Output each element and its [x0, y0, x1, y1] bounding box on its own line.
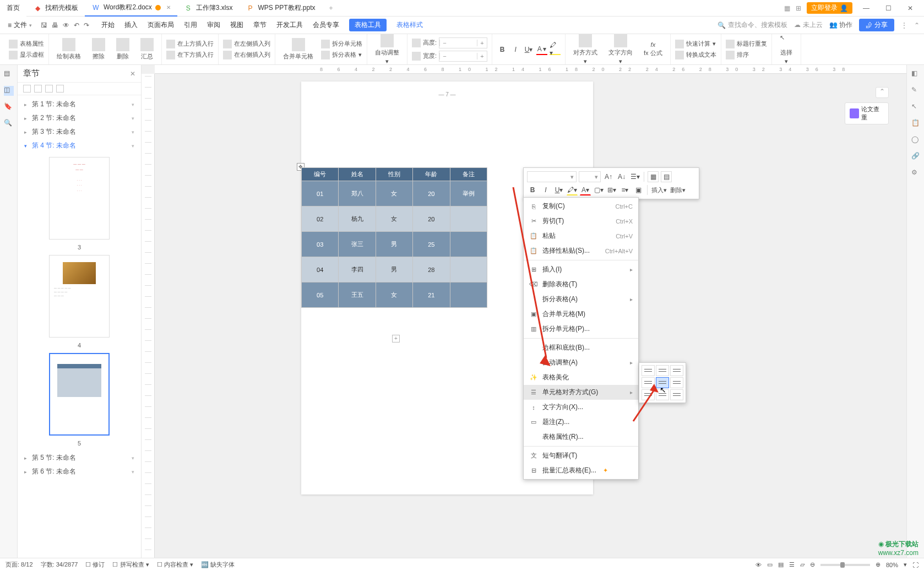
- collapse-button[interactable]: ⌃: [876, 87, 889, 98]
- underline-button[interactable]: U▾: [553, 184, 564, 195]
- search-input[interactable]: 🔍 查找命令、搜索模板: [718, 20, 787, 30]
- ctx-split-cells[interactable]: ▥拆分单元格(P)...: [524, 322, 638, 336]
- th-name[interactable]: 姓名: [339, 168, 376, 181]
- ctx-table-props[interactable]: 表格属性(R)...: [524, 429, 638, 444]
- page-status[interactable]: 页面: 8/12: [6, 561, 33, 569]
- plus-icon[interactable]: +: [477, 40, 487, 46]
- tab-ppt[interactable]: P WPS PPT教程.pptx: [240, 0, 322, 17]
- print-icon[interactable]: 🖶: [52, 21, 58, 29]
- fill-button[interactable]: ▢▾: [593, 184, 604, 195]
- nav-section-6[interactable]: ▸第 6 节: 未命名▾: [18, 465, 141, 478]
- repeat-header-button[interactable]: 标题行重复: [726, 39, 767, 50]
- vertical-ruler[interactable]: [142, 74, 155, 558]
- align-top-right[interactable]: [670, 365, 683, 376]
- width-input[interactable]: −+: [439, 51, 487, 62]
- insert-row-below[interactable]: 在下方插入行: [166, 50, 214, 61]
- eraser-button[interactable]: 擦除: [89, 38, 108, 61]
- ctx-copy[interactable]: ⎘复制(C)Ctrl+C: [524, 199, 638, 214]
- ctx-border[interactable]: 边框和底纹(B)...: [524, 340, 638, 355]
- ctx-autofit[interactable]: 自动调整(A)▸: [524, 355, 638, 370]
- page-thumb-3[interactable]: — — —— —· · ·· · ·· · ·: [49, 157, 110, 240]
- ctx-beautify[interactable]: ✨表格美化: [524, 370, 638, 385]
- zoom-level[interactable]: 80%: [886, 562, 898, 568]
- tab-dev[interactable]: 开发工具: [276, 20, 303, 30]
- ctx-cut[interactable]: ✂剪切(T)Ctrl+X: [524, 214, 638, 229]
- edit-icon[interactable]: ✎: [911, 86, 920, 95]
- nav-section-2[interactable]: ▸第 2 节: 未命名▾: [18, 111, 141, 125]
- table-row[interactable]: 04李四男28: [302, 257, 487, 282]
- font-size-select[interactable]: ▾: [579, 171, 601, 182]
- italic-button[interactable]: I: [540, 184, 551, 195]
- align-mid-right[interactable]: [670, 377, 683, 388]
- align-bot-right[interactable]: [670, 389, 683, 400]
- table-row[interactable]: 02杨九女20: [302, 206, 487, 232]
- login-button[interactable]: 立即登录 👤: [807, 2, 852, 14]
- collab-button[interactable]: 👥 协作: [829, 20, 852, 30]
- table-row[interactable]: 05王五女21: [302, 282, 487, 308]
- split-cells-button[interactable]: 拆分单元格: [321, 39, 362, 50]
- th-id[interactable]: 编号: [302, 168, 339, 181]
- select-button[interactable]: ↖选择 ▾: [776, 34, 796, 65]
- link-icon[interactable]: 🔗: [911, 152, 920, 161]
- table-style-button[interactable]: ▤: [661, 171, 672, 182]
- tab-template[interactable]: ◆ 找稻壳模板: [26, 0, 85, 17]
- autofit-button[interactable]: 自动调整 ▾: [372, 34, 403, 65]
- tab-table-tools[interactable]: 表格工具: [349, 19, 387, 31]
- highlight-button[interactable]: 🖍▾: [567, 184, 578, 195]
- fullscreen-icon[interactable]: ⛶: [912, 562, 918, 568]
- table-header-row[interactable]: 编号 姓名 性别 年龄 备注: [302, 168, 487, 181]
- delete-button[interactable]: 删除: [113, 38, 133, 61]
- ruler-icon[interactable]: ▱: [800, 561, 805, 568]
- tab-section[interactable]: 章节: [253, 20, 267, 30]
- table-row[interactable]: 01郑八女20举例: [302, 181, 487, 206]
- grid-icon[interactable]: ▦: [784, 4, 790, 12]
- style-icon[interactable]: ◧: [911, 69, 920, 78]
- formula-button[interactable]: fxfx 公式: [640, 41, 666, 57]
- view-page-icon[interactable]: ▭: [767, 561, 773, 568]
- tab-layout[interactable]: 页面布局: [148, 20, 174, 30]
- undo-icon[interactable]: ↶: [74, 21, 79, 29]
- list-button[interactable]: ☰▾: [629, 171, 640, 182]
- sort-button[interactable]: 排序: [726, 50, 767, 61]
- nav-section-4[interactable]: ▾第 4 节: 未命名▾: [18, 139, 141, 153]
- to-text-button[interactable]: 转换成文本: [675, 50, 716, 61]
- tab-insert[interactable]: 插入: [124, 20, 138, 30]
- tab-home[interactable]: 首页: [0, 0, 26, 17]
- spellcheck-toggle[interactable]: ☐ 拼写检查 ▾: [112, 561, 149, 569]
- view-web-icon[interactable]: ▤: [778, 561, 784, 568]
- page-thumb-4[interactable]: — — — — —— — — —— — —: [49, 255, 110, 338]
- clipboard-icon[interactable]: 📋: [911, 119, 920, 128]
- insert-col-right[interactable]: 在右侧插入列: [223, 50, 270, 61]
- table-row[interactable]: 03张三男25: [302, 232, 487, 257]
- italic-button[interactable]: I: [510, 44, 521, 55]
- nav-section-1[interactable]: ▸第 1 节: 未命名▾: [18, 97, 141, 111]
- minus-icon[interactable]: −: [439, 53, 449, 59]
- cloud-status[interactable]: ☁ 未上云: [794, 20, 822, 30]
- search-icon[interactable]: 🔍: [4, 119, 14, 129]
- th-note[interactable]: 备注: [450, 168, 487, 181]
- maximize-button[interactable]: ☐: [880, 4, 896, 12]
- nav-section-5[interactable]: ▸第 5 节: 未命名▾: [18, 451, 141, 465]
- ctx-paste[interactable]: 📋粘贴Ctrl+V: [524, 229, 638, 243]
- insert-menu[interactable]: 插入▾: [651, 184, 667, 195]
- content-check-toggle[interactable]: ☐ 内容检查 ▾: [157, 561, 193, 569]
- zoom-dropdown-icon[interactable]: ▾: [904, 561, 907, 568]
- zoom-out-button[interactable]: ⊖: [810, 561, 815, 568]
- select-icon[interactable]: ↖: [911, 102, 920, 111]
- apps-icon[interactable]: ⊞: [796, 4, 801, 12]
- font-color-button[interactable]: A▾: [580, 184, 591, 195]
- merge-cells-button[interactable]: 合并单元格: [280, 38, 317, 61]
- shape-icon[interactable]: ◯: [911, 135, 920, 144]
- show-gridlines-button[interactable]: 显示虚框: [9, 50, 44, 61]
- nav-tool-3[interactable]: [45, 85, 53, 93]
- zoom-slider[interactable]: [820, 564, 870, 566]
- horizontal-ruler[interactable]: 8 6 4 2 2 4 6 8 10 12 14 16 18 20 22 24 …: [155, 65, 906, 74]
- border-button[interactable]: ⊞▾: [606, 184, 617, 195]
- add-tab-button[interactable]: ＋: [322, 3, 340, 13]
- view-eye-icon[interactable]: 👁: [755, 562, 762, 568]
- align-bot-left[interactable]: [642, 389, 655, 400]
- shrink-font-button[interactable]: A↓: [616, 171, 627, 182]
- insert-row-above[interactable]: 在上方插入行: [166, 39, 214, 50]
- ctx-batch[interactable]: ⊟批量汇总表格(E)...✦: [524, 463, 638, 478]
- tab-view[interactable]: 视图: [230, 20, 243, 30]
